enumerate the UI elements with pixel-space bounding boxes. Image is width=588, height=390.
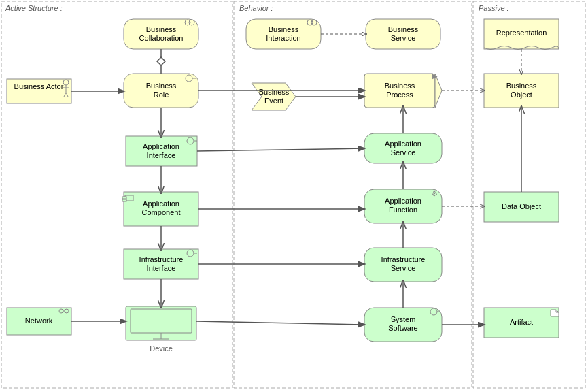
svg-point-75 — [65, 309, 69, 313]
svg-rect-0 — [1, 1, 232, 388]
svg-text:Collaboration: Collaboration — [139, 34, 184, 42]
archimate-diagram: Active Structure : Behavior : Passive : … — [0, 0, 588, 390]
svg-line-99 — [197, 148, 364, 151]
svg-text:Application: Application — [143, 142, 179, 150]
svg-point-10 — [189, 20, 194, 25]
svg-text:Business: Business — [506, 82, 537, 90]
svg-text:Artifact: Artifact — [510, 318, 533, 326]
svg-marker-92 — [157, 57, 165, 65]
svg-text:System: System — [391, 315, 416, 323]
svg-rect-56 — [122, 197, 126, 199]
svg-rect-2 — [473, 1, 585, 388]
svg-rect-1 — [234, 1, 472, 388]
svg-text:Network: Network — [25, 316, 53, 325]
svg-rect-78 — [131, 309, 192, 333]
svg-text:Device: Device — [150, 344, 173, 353]
svg-text:▶: ▶ — [432, 72, 438, 80]
svg-text:Service: Service — [391, 34, 416, 42]
svg-text:Active Structure :: Active Structure : — [5, 4, 63, 12]
svg-rect-52 — [124, 192, 198, 226]
svg-text:Interaction: Interaction — [266, 34, 300, 42]
svg-line-26 — [64, 93, 66, 97]
svg-text:Business: Business — [269, 25, 299, 33]
svg-marker-41 — [252, 83, 296, 110]
svg-text:Object: Object — [511, 91, 532, 99]
svg-text:Application: Application — [385, 140, 421, 148]
svg-text:Behavior :: Behavior : — [239, 4, 273, 12]
svg-rect-38 — [484, 74, 559, 108]
svg-point-9 — [185, 20, 190, 25]
svg-rect-16 — [366, 19, 440, 49]
svg-rect-11 — [246, 19, 321, 49]
svg-text:Business: Business — [146, 25, 177, 33]
svg-text:Software: Software — [388, 324, 417, 332]
svg-rect-69 — [364, 248, 442, 282]
svg-marker-89 — [551, 310, 559, 316]
svg-text:Business: Business — [259, 88, 290, 96]
diagram-svg: Active Structure : Behavior : Passive : … — [0, 0, 588, 390]
svg-point-15 — [311, 20, 317, 25]
svg-rect-21 — [7, 79, 71, 103]
svg-rect-44 — [126, 136, 197, 166]
svg-point-47 — [187, 137, 194, 144]
svg-text:Application: Application — [385, 197, 421, 205]
svg-rect-77 — [126, 306, 196, 340]
svg-rect-28 — [124, 74, 198, 108]
svg-rect-6 — [124, 19, 198, 49]
svg-text:Infrastructure: Infrastructure — [381, 255, 426, 263]
svg-rect-64 — [124, 249, 198, 279]
svg-point-74 — [59, 309, 63, 313]
svg-rect-58 — [364, 189, 442, 223]
svg-text:Business: Business — [388, 25, 419, 33]
svg-rect-62 — [484, 192, 559, 222]
svg-text:Interface: Interface — [147, 264, 176, 272]
svg-text:Process: Process — [386, 91, 413, 99]
svg-text:Representation: Representation — [496, 29, 547, 37]
svg-text:Role: Role — [154, 91, 169, 99]
svg-rect-55 — [125, 195, 133, 201]
svg-text:Infrastructure: Infrastructure — [139, 255, 184, 263]
svg-point-31 — [186, 75, 192, 82]
svg-text:Function: Function — [389, 206, 417, 214]
svg-rect-19 — [484, 19, 559, 49]
svg-rect-87 — [484, 308, 559, 338]
svg-marker-34 — [435, 74, 442, 108]
svg-rect-49 — [364, 133, 442, 163]
svg-point-85 — [430, 308, 437, 315]
svg-text:Passive :: Passive : — [479, 4, 509, 12]
svg-rect-33 — [364, 74, 435, 108]
svg-text:Component: Component — [142, 208, 181, 216]
svg-text:Business: Business — [146, 82, 177, 90]
svg-text:Business: Business — [385, 82, 415, 90]
svg-text:⚙: ⚙ — [432, 190, 438, 197]
svg-point-14 — [307, 20, 313, 25]
svg-rect-82 — [364, 308, 442, 342]
svg-point-23 — [63, 80, 69, 85]
svg-text:Business Actor: Business Actor — [14, 82, 64, 91]
svg-rect-72 — [7, 308, 71, 335]
svg-line-27 — [66, 93, 68, 97]
svg-text:Data Object: Data Object — [502, 202, 541, 210]
svg-point-67 — [187, 250, 194, 257]
svg-text:Event: Event — [264, 97, 283, 105]
svg-text:Service: Service — [391, 148, 416, 157]
svg-line-111 — [196, 321, 364, 325]
svg-text:Application: Application — [143, 199, 179, 208]
svg-text:Service: Service — [391, 264, 416, 272]
svg-text:Interface: Interface — [147, 151, 176, 159]
svg-rect-57 — [122, 199, 126, 201]
